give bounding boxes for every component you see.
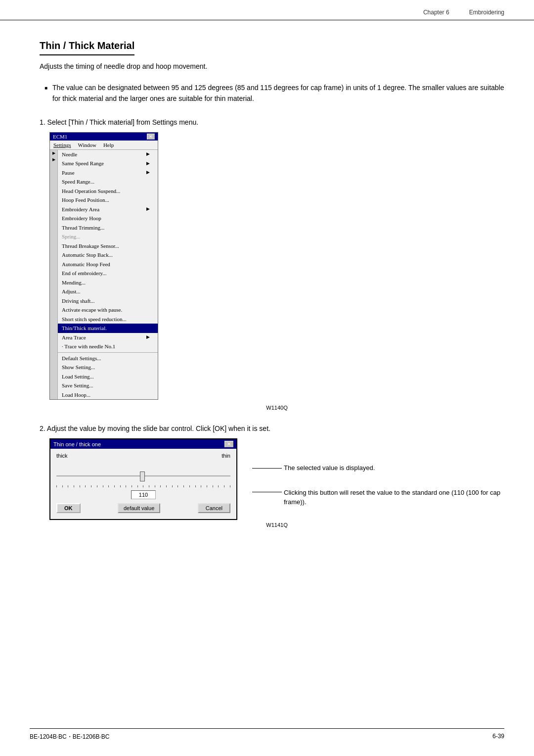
menu-item-speed[interactable]: Speed Range... xyxy=(58,177,158,187)
cancel-button[interactable]: Cancel xyxy=(198,503,230,513)
menu-item-mending[interactable]: Mending... xyxy=(58,278,158,287)
menu-item-thread-trim[interactable]: Thread Trimming... xyxy=(58,223,158,233)
footer-page: 6-39 xyxy=(492,733,504,741)
step-2-number: 2. xyxy=(40,425,45,432)
slider-track-area[interactable] xyxy=(56,469,230,483)
label-thin: thin xyxy=(222,453,230,459)
menu-window[interactable]: Window xyxy=(76,142,97,148)
menu-item-escape[interactable]: Activate escape with pause. xyxy=(58,305,158,315)
section-label: Embroidering xyxy=(469,9,504,16)
step-2-label: 2. Adjust the value by moving the slide … xyxy=(40,425,504,432)
dialog-caption: W1141Q xyxy=(49,522,504,528)
default-value-button[interactable]: default value xyxy=(118,503,160,513)
menu-help[interactable]: Help xyxy=(102,142,115,148)
annotation-text-2: Clicking this button will reset the valu… xyxy=(284,488,504,507)
bullet-list: The value can be designated between 95 a… xyxy=(40,82,504,104)
step-2: 2. Adjust the value by moving the slide … xyxy=(40,425,504,528)
menu-sidebar: ▶ ▶ Needle ▶ Same Speed Range ▶ Pause ▶ … xyxy=(50,150,158,400)
menu-item-auto-stop[interactable]: Automatic Stop Back... xyxy=(58,250,158,260)
header-chapter: Chapter 6 Embroidering xyxy=(423,9,504,16)
menu-screenshot: ECM1 ✕ Settings Window Help ▶ ▶ Needle ▶… xyxy=(49,132,158,400)
annotation-1: The selected value is displayed. xyxy=(252,463,504,473)
main-content: Thin / Thick Material Adjusts the timing… xyxy=(0,20,534,571)
menu-item-short-stitch[interactable]: Short stitch speed reduction... xyxy=(58,315,158,324)
page-header: Chapter 6 Embroidering xyxy=(0,0,534,20)
menu-item-emb-area[interactable]: Embroidery Area ▶ xyxy=(58,205,158,214)
dialog-close-button[interactable]: ✕ xyxy=(224,441,233,447)
footer-model: BE-1204B·BC・BE-1206B·BC xyxy=(30,733,109,741)
menu-item-emb-hoop[interactable]: Embroidery Hoop xyxy=(58,214,158,223)
label-thick: thick xyxy=(56,453,68,459)
step-1-number: 1. xyxy=(40,118,45,126)
dialog-buttons: OK default value Cancel xyxy=(56,503,230,513)
annotations: The selected value is displayed. Clickin… xyxy=(252,438,504,517)
step-1-text: Select [Thin / Thick material] from Sett… xyxy=(47,118,199,126)
annotation-line-2 xyxy=(252,492,282,492)
menu-item-hoop-feed[interactable]: Hoop Feed Position... xyxy=(58,195,158,205)
step-1: 1. Select [Thin / Thick material] from S… xyxy=(40,118,504,411)
bullet-item: The value can be designated between 95 a… xyxy=(44,82,504,104)
slider-ticks xyxy=(56,485,230,487)
menu-settings[interactable]: Settings xyxy=(52,142,72,148)
menu-left-strip: ▶ ▶ xyxy=(50,150,58,400)
dialog-left-buttons: OK xyxy=(56,503,81,513)
annotation-2: Clicking this button will reset the valu… xyxy=(252,488,504,507)
menu-item-end-emb[interactable]: End of embroidery... xyxy=(58,269,158,278)
menu-item-thin-thick[interactable]: Thin/Thick material. xyxy=(58,324,158,333)
step-1-label: 1. Select [Thin / Thick material] from S… xyxy=(40,118,504,126)
chapter-label: Chapter 6 xyxy=(423,9,449,16)
value-display-area: 110 xyxy=(56,490,230,499)
ok-button[interactable]: OK xyxy=(56,503,81,513)
menu-item-breakage[interactable]: Thread Breakage Sensor... xyxy=(58,241,158,251)
bullet-text: The value can be designated between 95 a… xyxy=(52,82,504,104)
menu-item-area-trace[interactable]: Area Trace ▶ xyxy=(58,333,158,342)
menu-item-needle[interactable]: Needle ▶ xyxy=(58,150,158,159)
menu-item-load-setting[interactable]: Load Setting... xyxy=(58,372,158,381)
menu-item-default[interactable]: Default Settings... xyxy=(58,352,158,363)
menu-item-auto-hoop[interactable]: Automatic Hoop Feed xyxy=(58,260,158,269)
page-footer: BE-1204B·BC・BE-1206B·BC 6-39 xyxy=(30,728,504,741)
value-input[interactable]: 110 xyxy=(131,490,156,499)
menu-item-trace-needle[interactable]: · Trace with needle No.1 xyxy=(58,342,158,351)
annotation-text-1: The selected value is displayed. xyxy=(284,463,375,473)
section-title: Thin / Thick Material xyxy=(40,40,134,55)
menu-item-adjust[interactable]: Adjust... xyxy=(58,287,158,296)
menu-title: ECM1 xyxy=(53,134,67,140)
page-container: Chapter 6 Embroidering Thin / Thick Mate… xyxy=(0,0,534,756)
menu-item-pause[interactable]: Pause ▶ xyxy=(58,168,158,178)
menu-item-speed-range[interactable]: Same Speed Range ▶ xyxy=(58,159,158,168)
dialog-title: Thin one / thick one xyxy=(53,441,101,447)
annotation-line-1 xyxy=(252,468,282,469)
dialog-area: Thin one / thick one ✕ thick thin xyxy=(49,438,504,520)
menu-menubar: Settings Window Help xyxy=(50,141,158,150)
menu-item-head-op[interactable]: Head Operation Suspend... xyxy=(58,187,158,196)
menu-item-driving[interactable]: Driving shaft... xyxy=(58,296,158,306)
dialog-titlebar: Thin one / thick one ✕ xyxy=(50,439,236,449)
slider-thumb[interactable] xyxy=(140,472,145,481)
dialog-body: thick thin xyxy=(50,449,236,519)
menu-right: Needle ▶ Same Speed Range ▶ Pause ▶ Spee… xyxy=(58,150,158,400)
menu-item-show-setting[interactable]: Show Setting... xyxy=(58,363,158,372)
dialog-labels: thick thin xyxy=(56,453,230,459)
dialog-screenshot: Thin one / thick one ✕ thick thin xyxy=(49,438,237,520)
menu-caption: W1140Q xyxy=(49,405,504,411)
step-2-text: Adjust the value by moving the slide bar… xyxy=(47,425,270,432)
menu-item-load-hoop[interactable]: Load Hoop... xyxy=(58,390,158,400)
section-description: Adjusts the timing of needle drop and ho… xyxy=(40,62,504,70)
menu-item-spring: Spring... xyxy=(58,232,158,241)
menu-item-save-setting[interactable]: Save Setting... xyxy=(58,381,158,390)
menu-close-btn[interactable]: ✕ xyxy=(147,134,155,140)
menu-titlebar: ECM1 ✕ xyxy=(50,133,158,141)
